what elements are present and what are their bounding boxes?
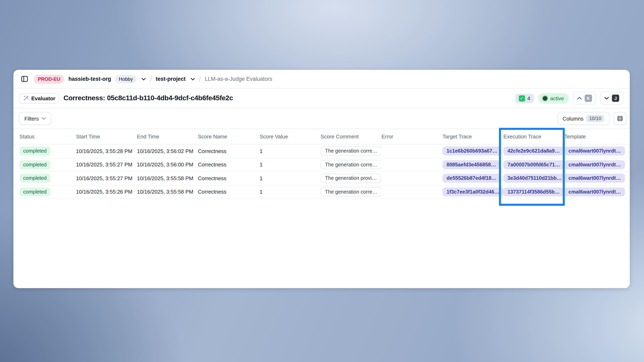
cell-end-time: 10/16/2025, 3:56:00 PM [137, 162, 198, 168]
org-dropdown-button[interactable] [142, 77, 146, 81]
breadcrumb-project[interactable]: test-project [156, 76, 186, 82]
cell-score-value: 1 [260, 175, 320, 181]
shortcut-key-k: K [585, 95, 592, 102]
columns-count-badge: 10/10 [586, 115, 604, 122]
score-comment-chip[interactable]: The generation corre… [320, 187, 382, 197]
cell-start-time: 10/16/2025, 3:55:27 PM [76, 175, 137, 181]
cell-start-time: 10/16/2025, 3:55:28 PM [76, 148, 137, 154]
shortcut-key-j: J [612, 95, 619, 102]
target-trace-badge[interactable]: 8085aefd3e456858… [442, 160, 500, 169]
cell-score-name: Correctness [198, 189, 260, 195]
breadcrumb-page: LLM-as-a-Judge Evaluators [205, 76, 272, 82]
cell-end-time: 10/16/2025, 3:56:02 PM [137, 148, 198, 154]
desktop-background: PROD-EU hassieb-test-org Hobby / test-pr… [0, 0, 644, 362]
chevron-down-icon [42, 117, 46, 120]
filters-button[interactable]: Filters [19, 112, 52, 125]
column-header-target-trace[interactable]: Target Trace [442, 134, 504, 140]
cell-score-name: Correctness [198, 148, 260, 154]
cell-score-value: 1 [260, 189, 320, 195]
target-trace-badge[interactable]: 1c1e6b260b693a67… [442, 147, 502, 156]
table-row[interactable]: completed 10/16/2025, 3:55:27 PM 10/16/2… [14, 158, 630, 172]
next-item-button[interactable]: J [600, 92, 623, 105]
execution-trace-badge[interactable]: 13737114f3586d55b… [504, 187, 564, 196]
breadcrumb-separator: / [150, 75, 152, 83]
cell-score-name: Correctness [198, 162, 260, 168]
template-badge[interactable]: cmal6wart007lynrdt… [564, 147, 625, 156]
evaluator-type-badge: Evaluator [19, 93, 60, 103]
status-badge: completed [20, 147, 50, 156]
cell-score-value: 1 [260, 148, 320, 154]
column-header-score-value[interactable]: Score Value [260, 134, 320, 140]
magic-wand-icon [23, 95, 29, 101]
status-active-label: active [550, 95, 564, 101]
column-header-status[interactable]: Status [20, 134, 76, 140]
table-row[interactable]: completed 10/16/2025, 3:55:26 PM 10/16/2… [14, 185, 630, 199]
score-comment-chip[interactable]: The generation corre… [320, 160, 382, 170]
column-header-template[interactable]: Template [564, 134, 630, 140]
table-row[interactable]: completed 10/16/2025, 3:55:28 PM 10/16/2… [14, 145, 630, 158]
columns-button[interactable]: Columns 10/10 [557, 112, 610, 125]
project-dropdown-button[interactable] [190, 77, 195, 81]
chevron-down-icon [190, 77, 195, 81]
detail-header: Evaluator Correctness: 05c8c11d-b110-4db… [14, 88, 630, 108]
row-density-button[interactable] [614, 112, 626, 125]
status-badge: completed [20, 160, 50, 169]
execution-trace-badge[interactable]: 3e3d40d75110d21bb… [504, 174, 564, 183]
column-header-execution-trace[interactable]: Execution Trace [504, 134, 564, 140]
status-badge: completed [20, 187, 50, 196]
cell-score-name: Correctness [198, 175, 260, 181]
table-header-row: Status Start Time End Time Score Name Sc… [14, 129, 630, 145]
target-trace-badge[interactable]: 1f3c7ee3f1a0f32d46… [442, 187, 504, 196]
score-comment-chip[interactable]: The generation corre… [320, 147, 382, 156]
cell-start-time: 10/16/2025, 3:55:27 PM [76, 162, 137, 168]
score-comment-chip[interactable]: The generation provi… [320, 174, 381, 183]
cell-end-time: 10/16/2025, 3:55:58 PM [137, 175, 198, 181]
column-header-start-time[interactable]: Start Time [76, 134, 137, 140]
table-toolbar: Filters Columns 10/10 [14, 108, 630, 129]
previous-item-button[interactable]: K [573, 92, 596, 105]
cell-start-time: 10/16/2025, 3:55:26 PM [76, 189, 137, 195]
columns-label: Columns [562, 115, 584, 122]
template-badge[interactable]: cmal6wart007lynrdt… [564, 174, 625, 183]
table-body: completed 10/16/2025, 3:55:28 PM 10/16/2… [14, 145, 630, 199]
execution-trace-badge[interactable]: 7a00007b00fd65c71… [504, 160, 564, 169]
run-count-badge: ✓ 4 [515, 94, 534, 103]
panel-left-icon [20, 75, 28, 83]
column-header-end-time[interactable]: End Time [137, 134, 198, 140]
active-dot-icon [543, 96, 547, 100]
chevron-up-icon [577, 97, 582, 100]
page-title: Correctness: 05c8c11d-b110-4db4-9dcf-c4b… [64, 94, 233, 102]
template-badge[interactable]: cmal6wart007lynrdt… [564, 187, 625, 196]
breadcrumb-org[interactable]: hassieb-test-org [68, 76, 111, 82]
cell-end-time: 10/16/2025, 3:55:58 PM [137, 189, 198, 195]
target-trace-badge[interactable]: de55526b87ed4f18… [442, 174, 500, 183]
breadcrumb-separator: / [199, 75, 201, 83]
table-rows-icon [617, 115, 623, 122]
execution-trace-badge[interactable]: 42cfe2e9c621da8a9… [504, 147, 564, 156]
run-count-value: 4 [528, 95, 530, 101]
plan-badge[interactable]: Hobby [115, 75, 136, 83]
table-row[interactable]: completed 10/16/2025, 3:55:27 PM 10/16/2… [14, 172, 630, 185]
check-icon: ✓ [519, 95, 525, 101]
environment-badge[interactable]: PROD-EU [34, 74, 64, 83]
filters-label: Filters [24, 115, 39, 122]
chevron-down-icon [142, 77, 146, 81]
breadcrumb: PROD-EU hassieb-test-org Hobby / test-pr… [14, 70, 630, 88]
status-badge: completed [20, 174, 50, 183]
template-badge[interactable]: cmal6wart007lynrdt… [564, 160, 625, 169]
cell-score-value: 1 [260, 162, 320, 168]
status-active-badge: active [538, 93, 569, 103]
app-window: PROD-EU hassieb-test-org Hobby / test-pr… [14, 70, 630, 288]
column-header-score-comment[interactable]: Score Comment [320, 134, 382, 140]
column-header-error[interactable]: Error [382, 134, 442, 140]
sidebar-toggle-button[interactable] [19, 74, 30, 84]
evaluator-type-label: Evaluator [31, 95, 56, 101]
column-header-score-name[interactable]: Score Name [198, 134, 260, 140]
chevron-down-icon [604, 97, 609, 100]
